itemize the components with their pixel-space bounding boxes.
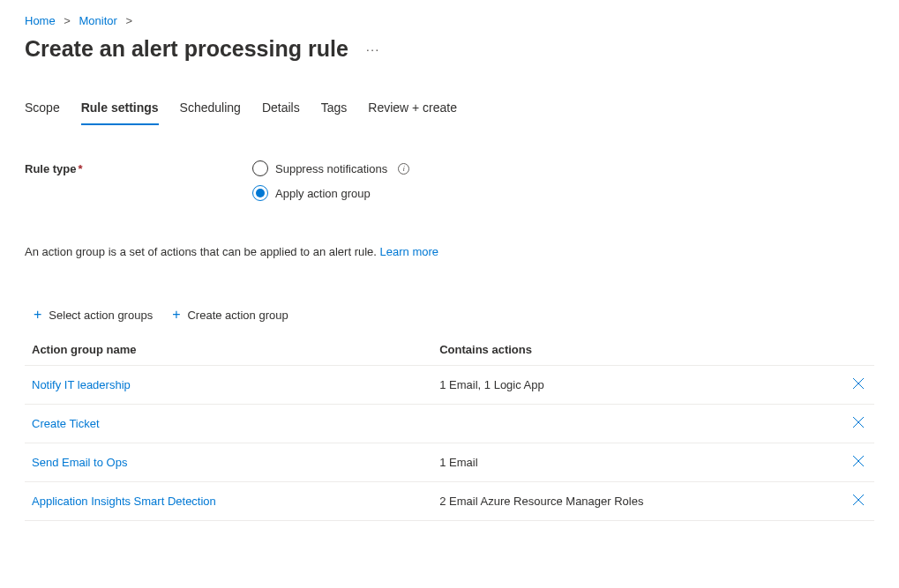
contains-actions-cell: 2 Email Azure Resource Manager Roles [432,482,839,521]
more-actions-button[interactable]: ··· [361,41,386,56]
plus-icon: + [34,308,41,322]
breadcrumb-monitor[interactable]: Monitor [79,14,117,27]
action-groups-table: Action group name Contains actions Notif… [25,332,874,521]
col-contains-actions: Contains actions [432,332,839,366]
required-indicator: * [79,162,83,175]
page-title-row: Create an alert processing rule ··· [25,36,874,62]
tab-rule-settings[interactable]: Rule settings [81,100,159,125]
table-row: Notify IT leadership1 Email, 1 Logic App [25,366,874,405]
learn-more-link[interactable]: Learn more [380,245,438,258]
remove-icon[interactable] [851,454,865,468]
rule-type-field: Rule type* Suppress notifications i Appl… [25,160,874,201]
tab-scheduling[interactable]: Scheduling [180,100,241,125]
select-action-groups-button[interactable]: + Select action groups [30,302,156,327]
rule-type-label-text: Rule type [25,162,77,175]
remove-icon[interactable] [851,415,865,429]
table-row: Application Insights Smart Detection2 Em… [25,482,874,521]
chevron-right-icon: > [64,14,71,27]
remove-icon[interactable] [851,376,865,391]
radio-label: Suppress notifications [275,162,387,175]
description-body: An action group is a set of actions that… [25,245,377,258]
contains-actions-cell: 1 Email, 1 Logic App [432,366,839,405]
command-label: Select action groups [49,309,153,322]
table-row: Send Email to Ops1 Email [25,443,874,482]
tab-details[interactable]: Details [262,100,300,125]
action-group-link[interactable]: Send Email to Ops [32,456,127,469]
radio-apply-action-group[interactable]: Apply action group [252,185,409,201]
page-title: Create an alert processing rule [25,36,348,62]
command-bar: + Select action groups + Create action g… [25,302,874,327]
radio-icon [252,160,268,176]
col-remove [839,332,874,366]
tabs: Scope Rule settings Scheduling Details T… [25,100,874,125]
table-row: Create Ticket [25,405,874,443]
action-group-link[interactable]: Notify IT leadership [32,378,131,391]
description-text: An action group is a set of actions that… [25,245,874,258]
tab-scope[interactable]: Scope [25,100,60,125]
table-header-row: Action group name Contains actions [25,332,874,366]
action-group-link[interactable]: Application Insights Smart Detection [32,495,216,508]
command-label: Create action group [187,309,288,322]
rule-type-options: Suppress notifications i Apply action gr… [252,160,409,201]
create-action-group-button[interactable]: + Create action group [169,302,292,327]
action-group-link[interactable]: Create Ticket [32,417,100,430]
radio-icon [252,185,268,201]
remove-icon[interactable] [851,493,865,507]
info-icon[interactable]: i [398,163,409,175]
radio-label: Apply action group [275,187,371,200]
tab-tags[interactable]: Tags [321,100,348,125]
rule-type-label: Rule type* [25,160,252,175]
chevron-right-icon: > [126,14,133,27]
radio-suppress-notifications[interactable]: Suppress notifications i [252,160,409,176]
contains-actions-cell [432,405,839,443]
breadcrumb: Home > Monitor > [25,14,874,27]
tab-review-create[interactable]: Review + create [368,100,457,125]
col-action-group-name: Action group name [25,332,432,366]
contains-actions-cell: 1 Email [432,443,839,482]
plus-icon: + [172,308,180,322]
breadcrumb-home[interactable]: Home [25,14,56,27]
